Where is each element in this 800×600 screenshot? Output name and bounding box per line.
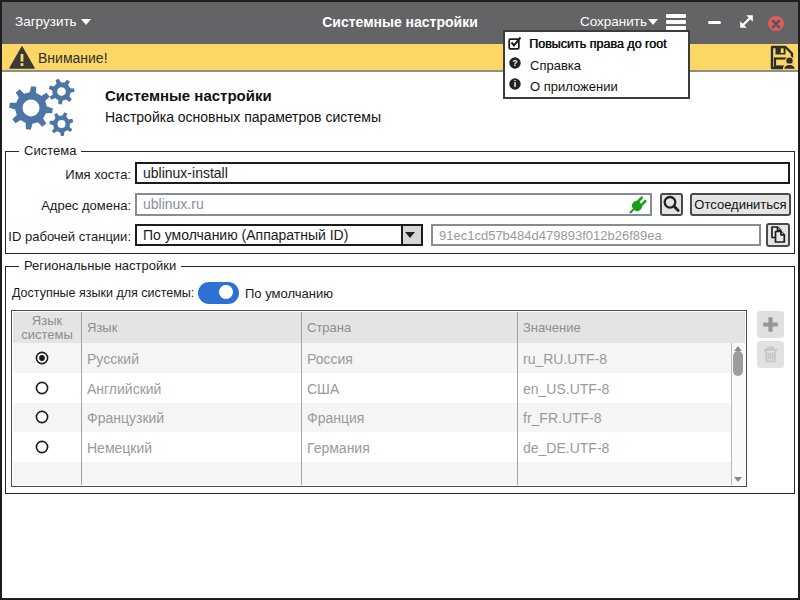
- svg-text:?: ?: [512, 58, 517, 68]
- svg-text:i: i: [514, 79, 516, 89]
